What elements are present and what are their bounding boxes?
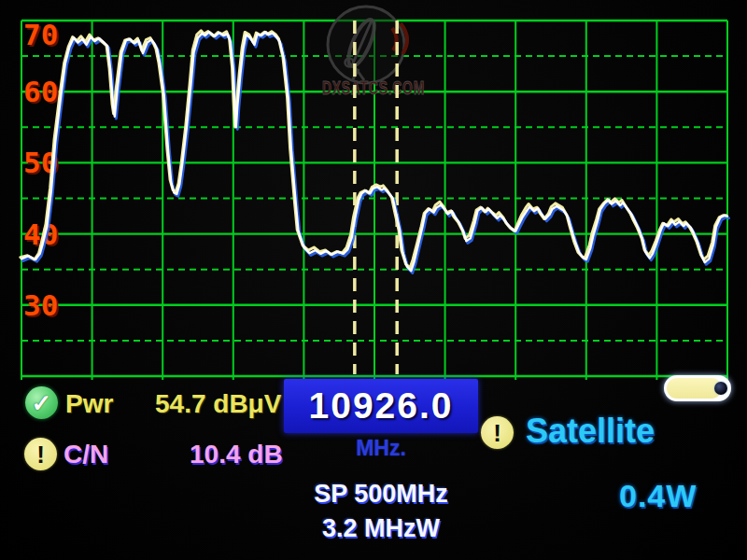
satellite-meter-screen: 70706060505040403030 DXSATCS.COM ✓ Pwr 5…	[0, 0, 747, 560]
pwr-ok-icon: ✓	[25, 386, 58, 419]
spectrum-chart: 70706060505040403030 DXSATCS.COM	[0, 0, 747, 383]
svg-text:70: 70	[23, 18, 58, 51]
check-icon: ✓	[32, 391, 52, 415]
pwr-label: Pwr	[65, 389, 113, 419]
pwr-value: 54.7 dBμV	[155, 389, 281, 419]
satellite-label: Satellite	[526, 412, 655, 451]
cn-value: 10.4 dB	[190, 440, 283, 469]
cn-label: C/N	[63, 440, 108, 469]
exclamation-icon: !	[36, 442, 45, 467]
satellite-alert-icon: !	[481, 416, 514, 449]
battery-terminal	[714, 382, 727, 395]
cn-alert-icon: !	[24, 438, 57, 470]
span-value: SP 500MHz	[280, 480, 482, 509]
battery-icon	[664, 375, 731, 401]
frequency-field[interactable]: 10926.0	[284, 379, 478, 433]
frequency-value: 10926.0	[309, 385, 454, 427]
frequency-unit: MHz.	[284, 436, 478, 461]
svg-text:60: 60	[23, 75, 58, 108]
watermark-logo-circle	[328, 7, 404, 83]
svg-text:30: 30	[23, 288, 58, 322]
exclamation-icon: !	[493, 421, 501, 445]
watermark-text: DXSATCS.COM	[322, 77, 425, 98]
bandwidth-value: 3.2 MHzW	[280, 514, 482, 543]
power-value: 0.4W	[619, 478, 697, 514]
